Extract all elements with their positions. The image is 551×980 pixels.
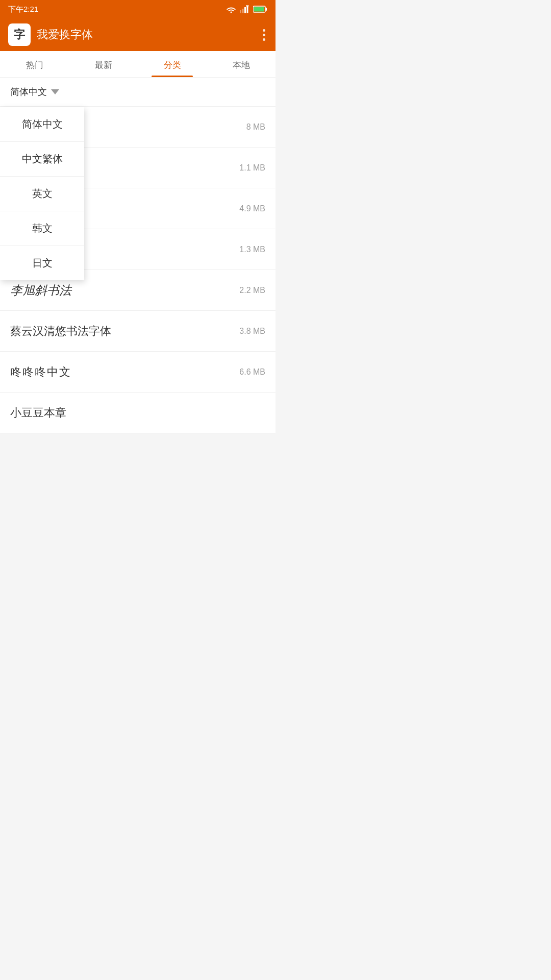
tab-local[interactable]: 本地 bbox=[207, 51, 276, 77]
font-size-7: 6.6 MB bbox=[239, 368, 265, 377]
app-header: 字 我爱换字体 bbox=[0, 18, 276, 51]
font-name-5: 李旭斜书法 bbox=[10, 282, 231, 299]
font-name-7: 咚咚咚中文 bbox=[10, 364, 231, 380]
menu-dot-1 bbox=[263, 29, 265, 32]
app-title: 我爱换字体 bbox=[37, 27, 93, 42]
menu-button[interactable] bbox=[261, 27, 267, 43]
menu-dot-2 bbox=[263, 34, 265, 36]
font-size-1: 8 MB bbox=[246, 122, 265, 132]
tab-new[interactable]: 最新 bbox=[69, 51, 138, 77]
status-time: 下午2:21 bbox=[8, 5, 38, 14]
content-area: 简体中文 简体中文 中文繁体 英文 韩文 日文 Ati 8 MB ·行书简体 1… bbox=[0, 78, 276, 433]
font-size-2: 1.1 MB bbox=[239, 163, 265, 173]
tab-bar: 热门 最新 分类 本地 bbox=[0, 51, 276, 78]
tab-hot[interactable]: 热门 bbox=[0, 51, 69, 77]
dropdown-item-simplified[interactable]: 简体中文 bbox=[0, 107, 84, 142]
font-name-8: 小豆豆本章 bbox=[10, 405, 257, 421]
status-icons bbox=[226, 5, 267, 13]
font-size-4: 1.3 MB bbox=[239, 245, 265, 254]
dropdown-item-traditional[interactable]: 中文繁体 bbox=[0, 142, 84, 177]
battery-icon bbox=[253, 6, 267, 13]
svg-rect-1 bbox=[242, 9, 244, 13]
header-left: 字 我爱换字体 bbox=[8, 23, 93, 46]
font-size-3: 4.9 MB bbox=[239, 204, 265, 213]
signal-icon bbox=[240, 5, 250, 13]
font-item-7[interactable]: 咚咚咚中文 6.6 MB bbox=[0, 352, 276, 393]
svg-rect-0 bbox=[240, 10, 241, 13]
tab-category[interactable]: 分类 bbox=[138, 51, 207, 77]
svg-rect-7 bbox=[266, 8, 267, 11]
font-size-5: 2.2 MB bbox=[239, 286, 265, 295]
dropdown-item-japanese[interactable]: 日文 bbox=[0, 246, 84, 280]
status-bar: 下午2:21 bbox=[0, 0, 276, 18]
svg-rect-2 bbox=[244, 7, 246, 13]
svg-rect-8 bbox=[254, 7, 264, 12]
category-selector[interactable]: 简体中文 bbox=[0, 78, 276, 107]
dropdown-menu: 简体中文 中文繁体 英文 韩文 日文 bbox=[0, 107, 84, 280]
dropdown-item-english[interactable]: 英文 bbox=[0, 177, 84, 211]
font-name-6: 蔡云汉清悠书法字体 bbox=[10, 324, 231, 339]
font-item-6[interactable]: 蔡云汉清悠书法字体 3.8 MB bbox=[0, 311, 276, 352]
font-size-6: 3.8 MB bbox=[239, 327, 265, 336]
category-arrow-icon bbox=[51, 89, 59, 94]
dropdown-item-korean[interactable]: 韩文 bbox=[0, 211, 84, 246]
app-icon: 字 bbox=[8, 23, 31, 46]
font-item-8[interactable]: 小豆豆本章 bbox=[0, 393, 276, 433]
menu-dot-3 bbox=[263, 38, 265, 41]
category-label: 简体中文 bbox=[10, 86, 47, 98]
wifi-icon bbox=[226, 5, 237, 13]
